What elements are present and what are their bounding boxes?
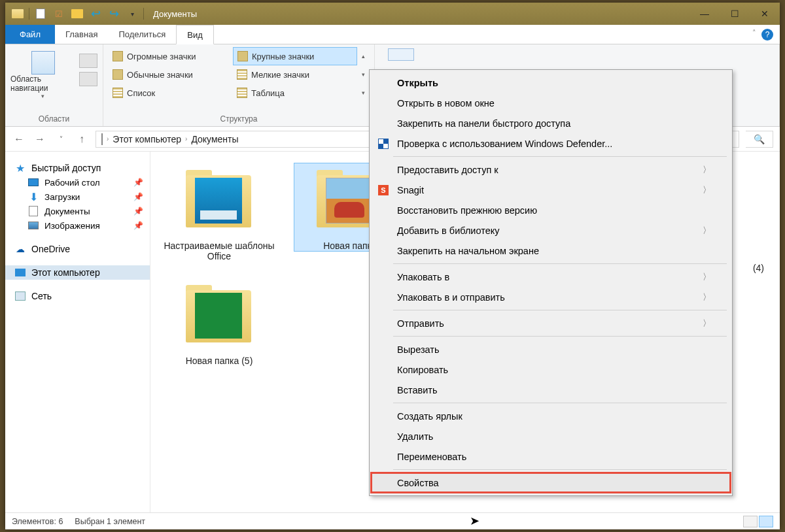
undo-icon[interactable]: ↩: [88, 7, 103, 21]
nav-forward-button[interactable]: →: [33, 133, 47, 145]
maximize-button[interactable]: ☐: [720, 3, 750, 25]
sidebar-desktop[interactable]: Рабочий стол📌: [5, 175, 150, 190]
layout-scroll-up[interactable]: ▴: [357, 53, 369, 59]
partial-item-label: (4): [753, 263, 764, 273]
collapse-ribbon-icon[interactable]: ˄: [752, 29, 756, 37]
status-item-count: Элементов: 6: [12, 517, 63, 526]
sidebar-onedrive[interactable]: ☁OneDrive: [5, 242, 150, 256]
cm-pin-quick-access[interactable]: Закрепить на панели быстрого доступа: [371, 113, 731, 133]
sidebar-this-pc[interactable]: Этот компьютер: [5, 265, 150, 280]
cm-paste[interactable]: Вставить: [371, 380, 731, 400]
cm-delete[interactable]: Удалить: [371, 426, 731, 446]
cm-create-shortcut[interactable]: Создать ярлык: [371, 406, 731, 426]
cm-send-to[interactable]: Отправить〉: [371, 313, 731, 333]
chevron-right-icon: 〉: [703, 271, 711, 283]
view-details-button[interactable]: [743, 516, 758, 527]
group-label-layout: Структура: [109, 113, 369, 125]
group-layout: Огромные значки Крупные значки ▴▾▾ Обычн…: [103, 44, 375, 126]
layout-medium-icons[interactable]: Обычные значки: [109, 65, 233, 84]
path-root-icon: [101, 134, 103, 144]
navigation-sidebar: ★Быстрый доступ Рабочий стол📌 ⬇Загрузки📌…: [5, 152, 150, 512]
checklist-icon[interactable]: ☑: [52, 7, 66, 21]
crumb-documents[interactable]: Документы: [191, 134, 238, 144]
layout-scroll-down[interactable]: ▾: [357, 71, 369, 78]
qat-dropdown-icon[interactable]: ▾: [125, 7, 139, 21]
chevron-right-icon: 〉: [703, 164, 711, 176]
window-title: Документы: [153, 9, 197, 19]
cm-properties[interactable]: Свойства: [371, 473, 731, 493]
sidebar-pictures[interactable]: Изображения📌: [5, 218, 150, 233]
layout-table[interactable]: Таблица: [233, 84, 357, 102]
tab-share[interactable]: Поделиться: [108, 25, 176, 44]
cm-open[interactable]: Открыть: [371, 73, 731, 93]
chevron-right-icon: 〉: [703, 225, 711, 237]
snagit-icon: S: [377, 184, 389, 196]
layout-list[interactable]: Список: [109, 84, 233, 102]
folder-icon: [183, 169, 255, 234]
close-button[interactable]: ✕: [750, 3, 780, 25]
cm-give-access[interactable]: Предоставить доступ к〉: [371, 159, 731, 180]
cm-snagit[interactable]: SSnagit〉: [371, 180, 731, 200]
new-folder-icon[interactable]: [70, 7, 84, 21]
preview-pane-button[interactable]: [79, 54, 97, 68]
view-icons-button[interactable]: [759, 516, 773, 527]
sidebar-documents[interactable]: Документы📌: [5, 204, 150, 218]
cm-rename[interactable]: Переименовать: [371, 446, 731, 467]
layout-more[interactable]: ▾: [357, 90, 369, 96]
tab-file[interactable]: Файл: [5, 25, 55, 44]
cm-open-new-window[interactable]: Открыть в новом окне: [371, 93, 731, 113]
cm-defender-scan[interactable]: Проверка с использованием Windows Defend…: [371, 133, 731, 154]
nav-up-button[interactable]: ↑: [75, 133, 89, 145]
status-selection: Выбран 1 элемент: [75, 517, 145, 526]
folder-icon: [183, 284, 255, 349]
context-menu: Открыть Открыть в новом окне Закрепить н…: [369, 69, 733, 496]
folder-new-5[interactable]: Новая папка (5): [164, 278, 275, 366]
cm-copy[interactable]: Копировать: [371, 359, 731, 380]
cm-pin-start[interactable]: Закрепить на начальном экране: [371, 241, 731, 261]
window-controls: — ☐ ✕: [689, 3, 780, 25]
chevron-right-icon: 〉: [703, 291, 711, 303]
search-button[interactable]: 🔍: [746, 131, 773, 148]
help-icon[interactable]: ?: [761, 29, 773, 41]
sort-by-button[interactable]: [388, 48, 414, 61]
quick-access-toolbar: ☑ ↩ ↪ ▾: [5, 7, 149, 21]
cm-pack[interactable]: Упаковать в〉: [371, 267, 731, 287]
crumb-this-pc[interactable]: Этот компьютер: [113, 134, 181, 144]
group-panes: Область навигации ▾ Области: [5, 44, 103, 126]
layout-large-icons[interactable]: Крупные значки: [233, 47, 357, 65]
minimize-button[interactable]: —: [689, 3, 720, 25]
pin-icon: 📌: [133, 178, 143, 187]
nav-history-icon[interactable]: ˅: [54, 135, 68, 142]
cm-restore-previous[interactable]: Восстановить прежнюю версию: [371, 200, 731, 220]
pin-icon: 📌: [133, 192, 143, 201]
sidebar-network[interactable]: Сеть: [5, 289, 150, 303]
folder-office-templates[interactable]: Настраиваемые шаблоны Office: [164, 163, 275, 261]
chevron-right-icon: 〉: [703, 184, 711, 196]
sidebar-quick-access[interactable]: ★Быстрый доступ: [5, 161, 150, 175]
ribbon-tabs: Файл Главная Поделиться Вид ˄ ?: [5, 25, 780, 44]
properties-icon[interactable]: [33, 7, 48, 21]
status-bar: Элементов: 6 Выбран 1 элемент: [5, 512, 780, 529]
tab-view[interactable]: Вид: [176, 25, 214, 44]
cm-cut[interactable]: Вырезать: [371, 339, 731, 359]
sidebar-downloads[interactable]: ⬇Загрузки📌: [5, 190, 150, 204]
navigation-pane-button[interactable]: Область навигации ▾: [10, 51, 75, 99]
title-bar: ☑ ↩ ↪ ▾ Документы — ☐ ✕: [5, 3, 780, 25]
pin-icon: 📌: [133, 207, 143, 216]
nav-back-button[interactable]: ←: [12, 133, 26, 145]
explorer-icon[interactable]: [10, 7, 25, 21]
group-label-panes: Области: [10, 113, 97, 125]
chevron-right-icon: 〉: [703, 318, 711, 329]
layout-small-icons[interactable]: Мелкие значки: [233, 65, 357, 84]
shield-icon: [377, 138, 389, 150]
pin-icon: 📌: [133, 221, 143, 230]
cm-add-to-library[interactable]: Добавить в библиотеку〉: [371, 220, 731, 241]
cm-pack-send[interactable]: Упаковать в и отправить〉: [371, 287, 731, 307]
navigation-pane-icon: [31, 51, 55, 75]
redo-icon[interactable]: ↪: [107, 7, 121, 21]
layout-huge-icons[interactable]: Огромные значки: [109, 47, 233, 65]
details-pane-button[interactable]: [79, 72, 97, 86]
tab-home[interactable]: Главная: [55, 25, 108, 44]
